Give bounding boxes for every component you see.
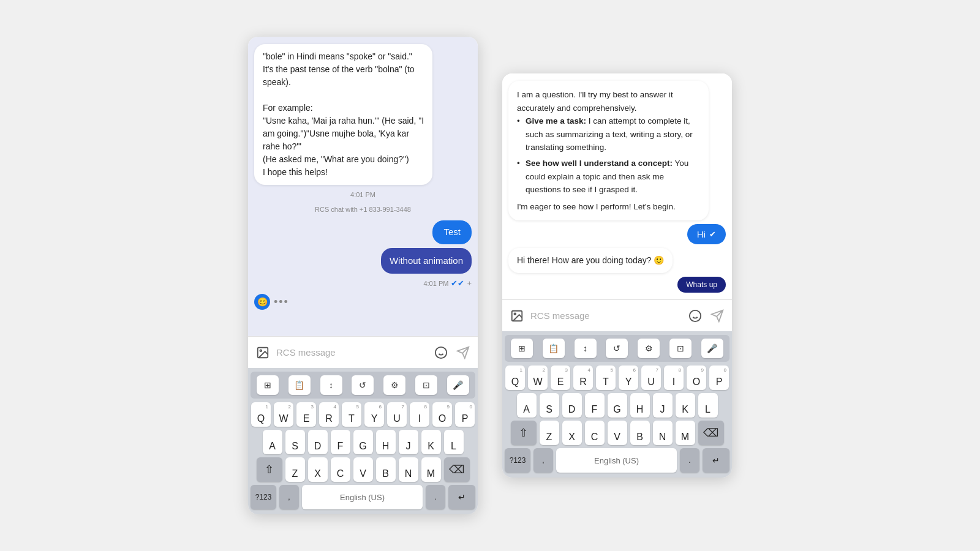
key-k[interactable]: K — [421, 430, 441, 454]
right-key-k[interactable]: K — [676, 393, 695, 418]
key-f[interactable]: F — [331, 430, 350, 454]
key-comma[interactable]: , — [279, 485, 299, 509]
key-a[interactable]: A — [263, 430, 282, 454]
right-key-n[interactable]: N — [653, 421, 673, 445]
right-kb-undo-icon[interactable]: ↺ — [606, 339, 628, 358]
key-e[interactable]: 3E — [296, 402, 316, 427]
media-attach-icon[interactable] — [254, 344, 271, 361]
right-key-w[interactable]: 2W — [528, 365, 548, 390]
right-key-d[interactable]: D — [562, 393, 582, 418]
key-v[interactable]: V — [353, 457, 373, 482]
key-p[interactable]: 0P — [455, 402, 475, 427]
left-message-input[interactable] — [276, 347, 428, 358]
right-kb-clipboard-icon[interactable]: 📋 — [543, 339, 565, 358]
hi-text: Hi — [697, 229, 706, 239]
right-key-sym[interactable]: ?123 — [505, 448, 530, 473]
key-period[interactable]: . — [426, 485, 445, 509]
right-key-u[interactable]: 7U — [641, 365, 661, 390]
key-r[interactable]: 4R — [319, 402, 339, 427]
key-w[interactable]: 2W — [274, 402, 293, 427]
key-enter[interactable]: ↵ — [448, 485, 475, 509]
right-key-m[interactable]: M — [676, 421, 695, 445]
ai-bullet-list: Give me a task: I can attempt to complet… — [517, 114, 700, 197]
left-chat-area: "bole" in Hindi means "spoke" or "said."… — [248, 37, 478, 336]
right-key-c[interactable]: C — [585, 421, 605, 445]
key-m[interactable]: M — [421, 457, 441, 482]
key-j[interactable]: J — [399, 430, 418, 454]
right-key-comma[interactable]: , — [533, 448, 553, 473]
right-message-input[interactable] — [530, 310, 682, 321]
right-key-o[interactable]: 9O — [687, 365, 706, 390]
right-key-space[interactable]: English (US) — [556, 448, 677, 473]
right-key-a[interactable]: A — [517, 393, 537, 418]
key-t[interactable]: 5T — [342, 402, 361, 427]
right-key-delete[interactable]: ⌫ — [698, 421, 724, 445]
key-l[interactable]: L — [444, 430, 464, 454]
key-z[interactable]: Z — [285, 457, 305, 482]
key-y[interactable]: 6Y — [364, 402, 384, 427]
timestamp-401: 4:01 PM — [254, 191, 472, 198]
avatar-row: 😊 ••• — [254, 294, 472, 310]
key-c[interactable]: C — [331, 457, 350, 482]
right-kb-settings-icon[interactable]: ⚙ — [638, 339, 660, 358]
right-kb-cursor-icon[interactable]: ↕ — [575, 339, 597, 358]
key-x[interactable]: X — [308, 457, 328, 482]
left-keyboard-row2: A S D F G H J K L — [251, 430, 475, 454]
bullet-task: Give me a task: I can attempt to complet… — [517, 114, 700, 154]
right-emoji-icon[interactable] — [687, 307, 704, 324]
emoji-icon[interactable] — [432, 344, 450, 361]
avatar: 😊 — [254, 294, 270, 310]
right-key-g[interactable]: G — [608, 393, 627, 418]
right-kb-grid-icon[interactable]: ⊞ — [511, 339, 533, 358]
right-key-shift[interactable]: ⇧ — [511, 421, 537, 445]
kb-clipboard-icon[interactable]: 📋 — [288, 375, 311, 395]
left-keyboard: ⊞ 📋 ↕ ↺ ⚙ ⊡ 🎤 1Q 2W 3E 4R 5T 6Y 7U 8I 9O… — [248, 368, 478, 514]
right-key-enter[interactable]: ↵ — [703, 448, 729, 473]
key-shift[interactable]: ⇧ — [257, 457, 282, 482]
right-key-t[interactable]: 5T — [596, 365, 616, 390]
right-key-h[interactable]: H — [630, 393, 650, 418]
key-space[interactable]: English (US) — [302, 485, 423, 509]
right-key-l[interactable]: L — [698, 393, 718, 418]
right-key-j[interactable]: J — [653, 393, 673, 418]
right-kb-translate-icon[interactable]: ⊡ — [669, 339, 692, 358]
key-n[interactable]: N — [399, 457, 418, 482]
key-h[interactable]: H — [376, 430, 396, 454]
right-key-s[interactable]: S — [540, 393, 559, 418]
right-media-attach-icon[interactable] — [508, 307, 526, 324]
hi-check-icon: ✔ — [709, 230, 716, 239]
right-key-r[interactable]: 4R — [573, 365, 593, 390]
kb-mic-icon[interactable]: 🎤 — [447, 375, 469, 395]
key-q[interactable]: 1Q — [251, 402, 271, 427]
right-key-v[interactable]: V — [608, 421, 627, 445]
key-s[interactable]: S — [285, 430, 305, 454]
right-key-z[interactable]: Z — [540, 421, 559, 445]
send-icon[interactable] — [454, 344, 472, 361]
key-delete[interactable]: ⌫ — [444, 457, 470, 482]
kb-grid-icon[interactable]: ⊞ — [257, 375, 279, 395]
kb-settings-icon[interactable]: ⚙ — [383, 375, 405, 395]
right-key-period[interactable]: . — [680, 448, 699, 473]
kb-translate-icon[interactable]: ⊡ — [415, 375, 437, 395]
right-key-b[interactable]: B — [630, 421, 650, 445]
key-i[interactable]: 8I — [410, 402, 429, 427]
right-keyboard-toolbar: ⊞ 📋 ↕ ↺ ⚙ ⊡ 🎤 — [505, 335, 729, 362]
svg-point-2 — [435, 347, 447, 358]
kb-undo-icon[interactable]: ↺ — [352, 375, 374, 395]
right-key-p[interactable]: 0P — [709, 365, 729, 390]
right-key-q[interactable]: 1Q — [505, 365, 525, 390]
key-o[interactable]: 9O — [432, 402, 452, 427]
right-key-i[interactable]: 8I — [664, 365, 684, 390]
key-u[interactable]: 7U — [387, 402, 407, 427]
key-g[interactable]: G — [353, 430, 373, 454]
right-key-y[interactable]: 6Y — [619, 365, 638, 390]
right-kb-mic-icon[interactable]: 🎤 — [701, 339, 723, 358]
kb-cursor-icon[interactable]: ↕ — [320, 375, 342, 395]
right-key-f[interactable]: F — [585, 393, 605, 418]
key-d[interactable]: D — [308, 430, 328, 454]
right-key-x[interactable]: X — [562, 421, 582, 445]
right-key-e[interactable]: 3E — [551, 365, 570, 390]
key-sym[interactable]: ?123 — [251, 485, 276, 509]
right-send-icon[interactable] — [709, 307, 726, 324]
key-b[interactable]: B — [376, 457, 396, 482]
